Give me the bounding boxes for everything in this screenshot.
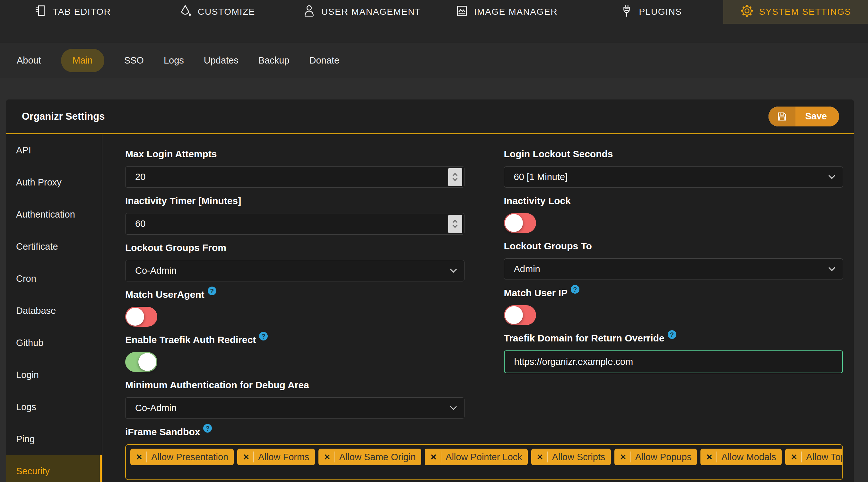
tag-label: Allow Modals <box>721 452 776 462</box>
nav-label: TAB EDITOR <box>53 7 111 17</box>
tab-backup[interactable]: Backup <box>258 49 289 72</box>
tab-about[interactable]: About <box>17 49 41 72</box>
sandbox-tag: ✕Allow Modals <box>701 449 782 465</box>
nav-user-management[interactable]: USER MANAGEMENT <box>289 0 434 24</box>
sandbox-tag: ✕Allow Forms <box>237 449 315 465</box>
form-column-left: Max Login Attempts Inactivity Timer [Min… <box>125 148 465 426</box>
nav-plugins[interactable]: PLUGINS <box>579 0 723 24</box>
tag-label: Allow Forms <box>258 452 309 462</box>
panel-header: Organizr Settings Save <box>6 99 854 134</box>
sandbox-tag: ✕Allow Top Navigation <box>785 449 843 465</box>
inactivity-timer-input[interactable] <box>125 213 465 234</box>
field-label: Match User IP <box>504 288 567 298</box>
toggle-knob <box>126 308 144 326</box>
remove-tag-icon[interactable]: ✕ <box>243 452 249 462</box>
nav-tab-editor[interactable]: TAB EDITOR <box>0 0 145 24</box>
field-label: Match UserAgent <box>125 289 205 300</box>
sidebar-item-ping[interactable]: Ping <box>6 423 102 455</box>
save-button[interactable]: Save <box>769 106 839 126</box>
enable-traefik-toggle[interactable] <box>125 352 157 372</box>
field-label: Inactivity Timer [Minutes] <box>125 195 465 207</box>
nav-customize[interactable]: CUSTOMIZE <box>145 0 289 24</box>
lockout-groups-from-select[interactable]: Co-Admin <box>125 260 465 282</box>
field-match-user-ip: Match User IP? <box>504 287 843 325</box>
settings-sidebar: API Auth Proxy Authentication Certificat… <box>6 134 102 482</box>
lockout-groups-to-select[interactable]: Admin <box>504 258 843 280</box>
iframe-sandbox-tag-input[interactable]: ✕Allow Presentation ✕Allow Forms ✕Allow … <box>125 444 843 480</box>
help-icon[interactable]: ? <box>668 330 676 339</box>
tag-label: Allow Top Navigation <box>806 452 843 462</box>
gear-icon <box>740 4 754 20</box>
sidebar-item-logs[interactable]: Logs <box>6 391 102 423</box>
selected-value: 60 [1 Minute] <box>514 172 830 182</box>
sidebar-item-cron[interactable]: Cron <box>6 262 102 295</box>
header-spacer <box>0 24 868 43</box>
tab-donate[interactable]: Donate <box>309 49 340 72</box>
tab-logs[interactable]: Logs <box>164 49 184 72</box>
tag-label: Allow Scripts <box>552 452 606 462</box>
nav-label: CUSTOMIZE <box>198 7 255 17</box>
field-lockout-groups-from: Lockout Groups From Co-Admin <box>125 242 465 282</box>
help-icon[interactable]: ? <box>259 332 268 341</box>
sandbox-tag: ✕Allow Same Origin <box>318 449 421 465</box>
selected-value: Co-Admin <box>135 265 451 276</box>
remove-tag-icon[interactable]: ✕ <box>537 452 544 462</box>
plug-icon <box>620 4 633 20</box>
nav-label: PLUGINS <box>639 7 682 17</box>
sidebar-item-security[interactable]: Security <box>6 455 102 482</box>
min-auth-debug-select[interactable]: Co-Admin <box>125 397 465 419</box>
nav-label: SYSTEM SETTINGS <box>759 7 851 17</box>
tab-main[interactable]: Main <box>61 49 104 72</box>
tag-label: Allow Presentation <box>151 452 228 462</box>
field-label: iFrame Sandbox <box>125 426 200 437</box>
remove-tag-icon[interactable]: ✕ <box>430 452 437 462</box>
toggle-knob <box>505 214 523 232</box>
field-match-useragent: Match UserAgent? <box>125 289 465 327</box>
field-label: Traefik Domain for Return Override <box>504 333 664 343</box>
nav-image-manager[interactable]: IMAGE MANAGER <box>434 0 579 24</box>
chevron-down-icon <box>450 266 457 273</box>
help-icon[interactable]: ? <box>571 285 580 294</box>
tab-updates[interactable]: Updates <box>204 49 239 72</box>
sandbox-tag: ✕Allow Popups <box>614 449 697 465</box>
max-login-attempts-input[interactable] <box>125 166 465 188</box>
remove-tag-icon[interactable]: ✕ <box>706 452 713 462</box>
nav-system-settings[interactable]: SYSTEM SETTINGS <box>723 0 868 24</box>
sidebar-item-auth-proxy[interactable]: Auth Proxy <box>6 166 102 198</box>
login-lockout-seconds-select[interactable]: 60 [1 Minute] <box>504 166 843 188</box>
toggle-knob <box>505 306 523 324</box>
nav-label: USER MANAGEMENT <box>321 7 421 17</box>
help-icon[interactable]: ? <box>203 424 212 432</box>
remove-tag-icon[interactable]: ✕ <box>136 452 143 462</box>
number-stepper[interactable] <box>448 168 462 186</box>
security-settings-form: Max Login Attempts Inactivity Timer [Min… <box>102 134 854 482</box>
sandbox-tag: ✕Allow Presentation <box>130 449 234 465</box>
sidebar-item-api[interactable]: API <box>6 134 102 166</box>
tab-sso[interactable]: SSO <box>124 49 144 72</box>
remove-tag-icon[interactable]: ✕ <box>790 452 797 462</box>
sidebar-item-certificate[interactable]: Certificate <box>6 230 102 262</box>
toggle-knob <box>138 353 156 371</box>
chevron-down-icon <box>829 264 835 271</box>
sidebar-item-login[interactable]: Login <box>6 359 102 391</box>
sidebar-item-github[interactable]: Github <box>6 327 102 359</box>
field-traefik-domain: Traefik Domain for Return Override? <box>504 332 843 373</box>
save-label: Save <box>796 106 839 126</box>
match-user-ip-toggle[interactable] <box>504 305 536 325</box>
sandbox-tag: ✕Allow Scripts <box>531 449 611 465</box>
field-login-lockout-seconds: Login Lockout Seconds 60 [1 Minute] <box>504 148 843 188</box>
help-icon[interactable]: ? <box>208 287 216 295</box>
remove-tag-icon[interactable]: ✕ <box>324 452 331 462</box>
sidebar-item-database[interactable]: Database <box>6 295 102 327</box>
field-enable-traefik: Enable Traefik Auth Redirect? <box>125 334 465 372</box>
user-icon <box>302 4 316 20</box>
traefik-domain-input[interactable] <box>504 350 843 373</box>
match-useragent-toggle[interactable] <box>125 307 157 327</box>
number-stepper[interactable] <box>448 215 462 233</box>
floppy-icon <box>769 106 796 126</box>
inactivity-lock-toggle[interactable] <box>504 213 536 233</box>
tabs-icon <box>34 4 47 20</box>
remove-tag-icon[interactable]: ✕ <box>620 452 627 462</box>
field-label: Max Login Attempts <box>125 148 465 160</box>
sidebar-item-authentication[interactable]: Authentication <box>6 198 102 230</box>
